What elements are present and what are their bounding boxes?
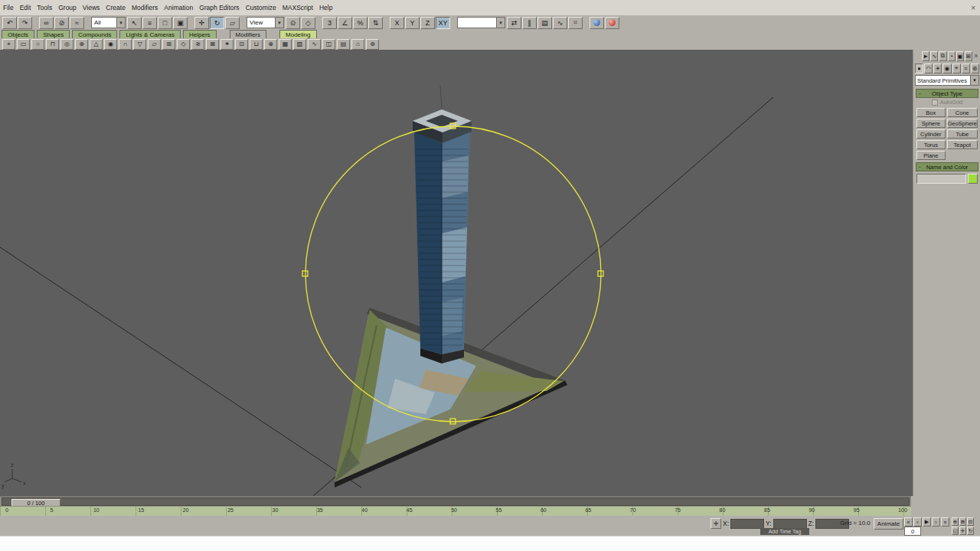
menu-item-modifiers[interactable]: Modifiers (129, 4, 161, 11)
menu-item-create[interactable]: Create (103, 4, 129, 11)
rectangular-selection-region-icon[interactable]: □ (158, 17, 172, 29)
schematic-view-icon[interactable]: ⌗ (568, 17, 583, 29)
motion-tab-icon[interactable]: ◔ (948, 51, 956, 61)
render-setup-icon[interactable] (605, 17, 619, 29)
menu-item-maxscript[interactable]: MAXScript (279, 4, 316, 11)
perspective-viewport[interactable]: x y z (0, 50, 913, 496)
panel-close-icon[interactable]: × (973, 52, 979, 60)
zoom-region-icon[interactable]: ◱ (952, 527, 959, 535)
tab-shapes[interactable]: Shapes (37, 30, 70, 38)
shapes-category-icon[interactable]: ◠ (924, 64, 933, 73)
arc-rotate-icon[interactable]: ↻ (967, 527, 974, 535)
percent-snap-toggle-icon[interactable]: % (353, 17, 368, 29)
name-and-color-rollout[interactable]: - Name and Color (916, 162, 978, 171)
teapot-tool-icon[interactable]: ⊕ (75, 39, 88, 50)
plane-button[interactable]: Plane (916, 151, 946, 160)
plane-tool-icon[interactable]: ▱ (148, 39, 161, 50)
modify-tab-icon[interactable]: ∿ (930, 51, 938, 61)
current-frame-field[interactable]: 0 (904, 527, 921, 536)
bind-to-space-warp-icon[interactable]: ≈ (70, 17, 84, 29)
cone-tool-icon[interactable]: △ (90, 39, 103, 50)
angle-snap-toggle-icon[interactable]: ∠ (338, 17, 352, 29)
teapot-button[interactable]: Teapot (947, 140, 978, 149)
add-time-tag[interactable]: Add Time Tag (760, 528, 809, 535)
go-to-end-icon[interactable]: » (941, 517, 949, 527)
y-coordinate-field[interactable] (773, 519, 807, 529)
menu-item-customize[interactable]: Customize (243, 4, 279, 11)
object-name-field[interactable] (916, 174, 966, 184)
restrict-to-xy-plane-icon[interactable]: XY (436, 17, 450, 29)
chamfer-box-tool-icon[interactable]: ▦ (279, 39, 292, 50)
menu-item-help[interactable]: Help (316, 4, 335, 11)
material-editor-icon[interactable] (590, 17, 604, 29)
restrict-to-x-icon[interactable]: X (390, 17, 404, 29)
zoom-icon[interactable]: ⊕ (952, 517, 959, 526)
x-coordinate-field[interactable] (730, 519, 764, 529)
use-pivot-point-center-icon[interactable]: ⊙ (286, 17, 300, 29)
tab-compounds[interactable]: Compounds (72, 30, 117, 38)
prism-tool-icon[interactable]: ⊠ (206, 39, 219, 50)
geosphere-button[interactable]: GeoSphere (947, 119, 978, 128)
animate-button[interactable]: Animate (874, 518, 903, 530)
pyramid-tool-icon[interactable]: ▽ (133, 39, 146, 50)
spindle-tool-icon[interactable]: ◇ (177, 39, 190, 50)
selection-filter-dropdown[interactable]: All ▼ (91, 17, 126, 28)
hierarchy-tab-icon[interactable]: ⧉ (939, 51, 946, 61)
hose-tool-icon[interactable]: ∿ (308, 39, 321, 50)
restrict-to-y-icon[interactable]: Y (405, 17, 420, 29)
torus-tool-icon[interactable]: ◎ (60, 39, 74, 50)
tab-helpers[interactable]: Helpers (183, 30, 217, 38)
object-color-swatch[interactable] (968, 174, 978, 184)
time-slider-track[interactable]: 0 / 100 (2, 497, 910, 506)
l-ext-tool-icon[interactable]: ◫ (322, 39, 335, 50)
tab-objects[interactable]: Objects (2, 30, 34, 38)
select-and-scale-icon[interactable]: ▱ (225, 17, 240, 29)
tab-modifiers[interactable]: Modifiers (230, 30, 266, 38)
utilities-tab-icon[interactable]: ⊞ (965, 51, 972, 61)
box-tool-icon[interactable]: ▭ (17, 39, 30, 50)
absolute-offset-toggle-icon[interactable]: ✛ (710, 518, 721, 529)
create-tab-icon[interactable]: ► (922, 51, 929, 61)
ring-wave-tool-icon[interactable]: ≋ (191, 39, 204, 50)
display-tab-icon[interactable]: ▣ (956, 51, 964, 61)
menu-item-graph-editors[interactable]: Graph Editors (196, 4, 242, 11)
cylinder-button[interactable]: Cylinder (916, 129, 946, 139)
torus-button[interactable]: Torus (916, 140, 946, 149)
tube-tool-icon[interactable]: ∩ (119, 39, 132, 50)
quad-patch-tool-icon[interactable]: ⊞ (162, 39, 175, 50)
tab-modeling[interactable]: Modeling (279, 30, 316, 38)
c-ext-tool-icon[interactable]: ▤ (337, 39, 350, 50)
menu-item-group[interactable]: Group (55, 4, 80, 11)
go-to-start-icon[interactable]: « (904, 517, 913, 527)
redo-icon[interactable]: ↷ (18, 17, 32, 29)
zoom-extents-icon[interactable]: ⊡ (967, 517, 974, 526)
helpers-category-icon[interactable]: ⌖ (952, 64, 961, 73)
cone-button[interactable]: Cone (947, 108, 978, 117)
select-by-name-icon[interactable]: ≡ (142, 17, 157, 29)
menu-item-edit[interactable]: Edit (17, 4, 34, 11)
tab-lights-cameras[interactable]: Lights & Cameras (119, 30, 181, 38)
star-tool-icon[interactable]: ⊛ (366, 39, 379, 50)
reference-coordinate-dropdown[interactable]: View ▼ (247, 17, 284, 28)
spinner-snap-toggle-icon[interactable]: ⇅ (368, 17, 383, 29)
mirror-icon[interactable]: ⇄ (507, 17, 521, 29)
menu-item-views[interactable]: Views (80, 4, 103, 11)
select-and-link-icon[interactable]: ∞ (39, 17, 54, 29)
gengon-tool-icon[interactable]: ▧ (293, 39, 306, 50)
hedra-tool-icon[interactable]: ✶ (220, 39, 234, 50)
unlink-selection-icon[interactable]: ⊘ (54, 17, 69, 29)
zoom-all-icon[interactable]: ⊞ (959, 517, 966, 526)
align-icon[interactable]: ∥ (522, 17, 537, 29)
torus-knot-tool-icon[interactable]: ⌂ (351, 39, 364, 50)
snap-toggle-3d-icon[interactable]: 3 (322, 17, 337, 29)
pan-icon[interactable]: ✛ (959, 527, 966, 535)
next-frame-icon[interactable]: › (932, 517, 940, 527)
layer-manager-icon[interactable]: ▤ (537, 17, 552, 29)
geometry-category-icon[interactable]: ● (915, 64, 923, 73)
close-icon[interactable]: × (971, 4, 975, 12)
menu-item-tools[interactable]: Tools (34, 4, 55, 11)
autogrid-checkbox[interactable] (932, 99, 938, 106)
viewport-canvas[interactable]: x y z (0, 50, 913, 496)
cylinder-tool-icon[interactable]: ⊓ (46, 39, 59, 50)
geosphere-tool-icon[interactable]: ◉ (104, 39, 117, 50)
